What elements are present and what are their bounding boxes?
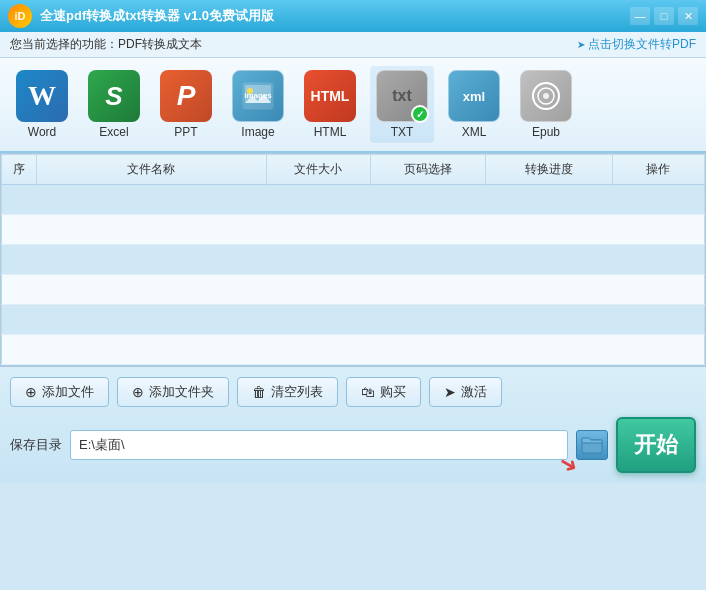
image-icon-box: images [232, 70, 284, 122]
window-controls: — □ ✕ [630, 7, 698, 25]
save-path-input[interactable] [70, 430, 568, 460]
format-epub[interactable]: Epub [514, 66, 578, 143]
format-word[interactable]: W Word [10, 66, 74, 143]
ppt-label: PPT [174, 125, 197, 139]
arrow-right-icon: ➤ [577, 39, 585, 50]
clear-list-button[interactable]: 🗑 清空列表 [237, 377, 338, 407]
col-header-progress: 转换进度 [486, 155, 613, 185]
format-excel[interactable]: S Excel [82, 66, 146, 143]
table-body [2, 185, 705, 365]
excel-label: Excel [99, 125, 128, 139]
epub-svg-icon [530, 80, 562, 112]
file-table: 序 文件名称 文件大小 页码选择 转换进度 操作 [1, 154, 705, 365]
xml-icon-box: xml [448, 70, 500, 122]
empty-row-4 [2, 275, 705, 305]
svg-point-4 [247, 88, 253, 94]
minimize-button[interactable]: — [630, 7, 650, 25]
format-bar: W Word S Excel P PPT images Image [0, 58, 706, 153]
image-label: Image [241, 125, 274, 139]
info-bar: 您当前选择的功能：PDF转换成文本 ➤ 点击切换文件转PDF [0, 32, 706, 58]
table-header: 序 文件名称 文件大小 页码选择 转换进度 操作 [2, 155, 705, 185]
switch-to-pdf-button[interactable]: ➤ 点击切换文件转PDF [577, 36, 696, 53]
epub-icon-box [520, 70, 572, 122]
xml-label: XML [462, 125, 487, 139]
empty-row-5 [2, 305, 705, 335]
col-header-action: 操作 [612, 155, 704, 185]
activate-icon: ➤ [444, 384, 456, 400]
txt-selected-check: ✓ [411, 105, 429, 123]
format-image[interactable]: images Image [226, 66, 290, 143]
svg-point-7 [543, 93, 549, 99]
start-button[interactable]: 开始 [616, 417, 696, 473]
title-logo: iD 全速pdf转换成txt转换器 v1.0免费试用版 [8, 4, 274, 28]
format-txt[interactable]: txt ✓ TXT [370, 66, 434, 143]
excel-icon-box: S [88, 70, 140, 122]
txt-icon-box: txt ✓ [376, 70, 428, 122]
format-html[interactable]: HTML HTML [298, 66, 362, 143]
folder-browse-button[interactable]: ➜ [576, 430, 608, 460]
add-folder-button[interactable]: ⊕ 添加文件夹 [117, 377, 229, 407]
image-svg-icon: images [242, 82, 274, 110]
txt-label: TXT [391, 125, 414, 139]
add-folder-icon: ⊕ [132, 384, 144, 400]
maximize-button[interactable]: □ [654, 7, 674, 25]
word-label: Word [28, 125, 56, 139]
title-bar: iD 全速pdf转换成txt转换器 v1.0免费试用版 — □ ✕ [0, 0, 706, 32]
col-header-pages: 页码选择 [370, 155, 485, 185]
add-file-icon: ⊕ [25, 384, 37, 400]
footer-area: ⊕ 添加文件 ⊕ 添加文件夹 🗑 清空列表 🛍 购买 ➤ 激活 保存目录 [0, 366, 706, 483]
html-label: HTML [314, 125, 347, 139]
folder-icon [581, 435, 603, 455]
col-header-name: 文件名称 [36, 155, 266, 185]
file-table-container: 序 文件名称 文件大小 页码选择 转换进度 操作 [0, 153, 706, 366]
format-xml[interactable]: xml XML [442, 66, 506, 143]
buy-button[interactable]: 🛍 购买 [346, 377, 421, 407]
activate-button[interactable]: ➤ 激活 [429, 377, 502, 407]
col-header-seq: 序 [2, 155, 37, 185]
html-icon-box: HTML [304, 70, 356, 122]
empty-row-3 [2, 245, 705, 275]
format-ppt[interactable]: P PPT [154, 66, 218, 143]
app-logo-icon: iD [8, 4, 32, 28]
close-button[interactable]: ✕ [678, 7, 698, 25]
save-path-row: 保存目录 ➜ 开始 [10, 417, 696, 473]
word-icon-box: W [16, 70, 68, 122]
clear-list-icon: 🗑 [252, 384, 266, 400]
add-file-button[interactable]: ⊕ 添加文件 [10, 377, 109, 407]
buy-icon: 🛍 [361, 384, 375, 400]
empty-row-6 [2, 335, 705, 365]
action-buttons-row: ⊕ 添加文件 ⊕ 添加文件夹 🗑 清空列表 🛍 购买 ➤ 激活 [10, 377, 696, 407]
empty-row-2 [2, 215, 705, 245]
ppt-icon-box: P [160, 70, 212, 122]
empty-row-1 [2, 185, 705, 215]
app-title: 全速pdf转换成txt转换器 v1.0免费试用版 [40, 7, 274, 25]
current-function-label: 您当前选择的功能：PDF转换成文本 [10, 36, 202, 53]
save-label: 保存目录 [10, 436, 62, 454]
col-header-size: 文件大小 [267, 155, 371, 185]
epub-label: Epub [532, 125, 560, 139]
